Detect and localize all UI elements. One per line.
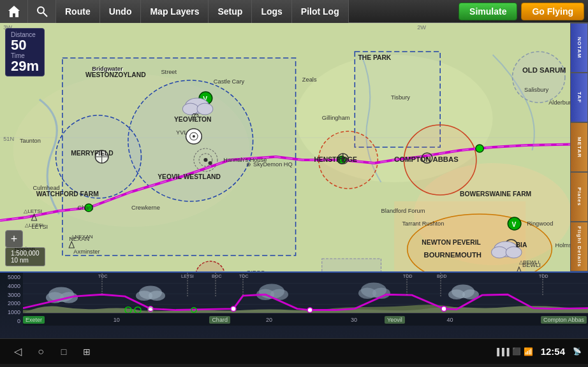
signal-icon: ▐▐▐ (494, 348, 509, 356)
svg-point-125 (231, 306, 236, 312)
svg-marker-0 (8, 6, 20, 17)
svg-point-127 (441, 306, 446, 312)
svg-text:Axminster: Axminster (73, 248, 99, 255)
flight-details-panel-btn[interactable]: Flight Details (570, 222, 588, 271)
back-button[interactable]: ◁ (6, 340, 29, 363)
home-button[interactable] (0, 0, 28, 23)
scale-bar: 1:500,000 10 nm (5, 247, 45, 266)
svg-point-27 (476, 145, 483, 152)
altitude-labels: 5000 4000 3000 2000 1000 0 (0, 273, 23, 326)
axis-label-chard: Chard (209, 316, 230, 324)
home-icon (7, 4, 21, 18)
axis-label-20: 20 (266, 317, 272, 323)
taf-panel-btn[interactable]: TAF (570, 73, 588, 122)
recents-button[interactable]: □ (52, 340, 75, 363)
axis-label-exeter: Exeter (23, 316, 45, 324)
pilotlog-button[interactable]: Pilot Log (292, 0, 349, 23)
alt-0: 0 (1, 318, 22, 324)
svg-text:Blandford Forum: Blandford Forum (381, 208, 425, 214)
svg-text:BOD: BOD (437, 274, 447, 278)
axis-label-yeovil: Yeovil (385, 316, 405, 324)
svg-text:Crewkerne: Crewkerne (131, 205, 160, 211)
profile-strip: 5000 4000 3000 2000 1000 0 (0, 271, 588, 338)
svg-text:COMPTON ABBAS: COMPTON ABBAS (394, 155, 459, 163)
svg-text:YEOVILTON: YEOVILTON (174, 116, 212, 123)
svg-text:51N: 51N (3, 136, 14, 142)
axis-label-compton: Compton Abbas (541, 316, 587, 324)
svg-point-20 (513, 52, 565, 103)
notam-panel-btn[interactable]: NOTAM (570, 23, 588, 73)
svg-point-31 (203, 158, 207, 162)
svg-text:YEOVIL WESTLAND: YEOVIL WESTLAND (158, 173, 221, 180)
svg-text:Zeals: Zeals (302, 76, 317, 83)
svg-text:HENSTRIDGE: HENSTRIDGE (314, 156, 357, 163)
svg-text:WATCHFORD FARM: WATCHFORD FARM (36, 191, 99, 198)
goflying-button[interactable]: Go Flying (521, 3, 584, 20)
route-button[interactable]: Route (56, 0, 100, 23)
info-panel: Distance 50 Time 29m (5, 28, 45, 76)
status-bar: ▐▐▐ ⬛ 📶 12:54 📡 (494, 346, 582, 357)
search-icon (36, 5, 48, 18)
alt-2000: 2000 (1, 300, 22, 306)
search-button[interactable] (28, 0, 56, 23)
svg-text:△LETSI: △LETSI (24, 208, 42, 214)
svg-text:BIA: BIA (516, 241, 527, 248)
svg-text:Castle Cary: Castle Cary (214, 78, 245, 85)
svg-text:⊕ SkyDemon HQ: ⊕ SkyDemon HQ (246, 161, 292, 168)
time-display: 12:54 (541, 346, 565, 357)
svg-text:MERRYFIELD: MERRYFIELD (71, 150, 114, 157)
svg-text:Chard: Chard (78, 205, 94, 211)
home-button-android[interactable]: ○ (29, 340, 52, 363)
svg-text:TOD: TOD (539, 274, 548, 278)
svg-text:TOC: TOC (98, 274, 108, 278)
time-value: 29m (11, 59, 39, 73)
alt-3000: 3000 (1, 292, 22, 298)
svg-text:△BEWLI: △BEWLI (519, 259, 540, 265)
svg-text:V: V (512, 221, 517, 228)
svg-text:BOWERSWAINE FARM: BOWERSWAINE FARM (460, 191, 531, 198)
axis-labels: Exeter 10 Chard 20 30 Yeovil 40 Compton … (23, 313, 588, 326)
map-svg: 51N 3W 2W (0, 23, 588, 271)
wifi-signal-icon: 📶 (524, 347, 533, 356)
svg-text:THE PARK: THE PARK (358, 54, 392, 61)
simulate-button[interactable]: Simulate (459, 3, 517, 20)
setup-button[interactable]: Setup (209, 0, 252, 23)
profile-chart: TOC BOC TOC LETSI TOD BOD TOD DUNKESWEL (23, 273, 588, 326)
axis-label-10: 10 (114, 317, 120, 323)
svg-point-49 (197, 103, 213, 115)
svg-rect-24 (322, 259, 381, 271)
axis-label-40: 40 (447, 317, 453, 323)
zoom-in-button[interactable]: + (5, 230, 23, 248)
svg-point-114 (149, 291, 165, 301)
zoom-controls[interactable]: + (5, 230, 23, 249)
map-area[interactable]: 51N 3W 2W (0, 23, 588, 271)
svg-text:Taunton: Taunton (20, 138, 41, 144)
alt-5000: 5000 (1, 274, 22, 280)
svg-text:BOC: BOC (212, 274, 222, 278)
svg-point-124 (148, 306, 153, 312)
logs-button[interactable]: Logs (252, 0, 291, 23)
axis-label-30: 30 (351, 317, 357, 323)
svg-text:TOC: TOC (239, 274, 249, 278)
right-panels[interactable]: NOTAM TAF METAR Plates Flight Details (570, 23, 588, 271)
network-icon: 📡 (573, 347, 582, 356)
svg-text:TOD: TOD (403, 274, 413, 278)
android-bar: ◁ ○ □ ⊞ ▐▐▐ ⬛ 📶 12:54 📡 (0, 338, 588, 364)
plates-panel-btn[interactable]: Plates (570, 172, 588, 222)
svg-text:2W: 2W (417, 24, 426, 31)
metar-panel-btn[interactable]: METAR (570, 122, 588, 172)
svg-text:WESTONZOYLAND: WESTONZOYLAND (85, 71, 146, 78)
svg-point-52 (492, 247, 508, 258)
svg-text:NEWTON PEVERIL: NEWTON PEVERIL (422, 239, 480, 246)
undo-button[interactable]: Undo (100, 0, 142, 23)
svg-text:△LETSI: △LETSI (25, 222, 43, 228)
svg-text:Gillingham: Gillingham (322, 115, 350, 121)
svg-text:Salisbury: Salisbury (524, 87, 549, 93)
battery-icon: ⬛ (512, 347, 521, 356)
svg-text:△NEXAN: △NEXAN (71, 234, 93, 240)
svg-text:Tarrant Rushton: Tarrant Rushton (402, 220, 444, 227)
fullscreen-button[interactable]: ⊞ (75, 340, 98, 363)
svg-point-30 (193, 135, 195, 138)
scale-ratio: 1:500,000 (11, 250, 40, 257)
maplayers-button[interactable]: Map Layers (141, 0, 209, 23)
